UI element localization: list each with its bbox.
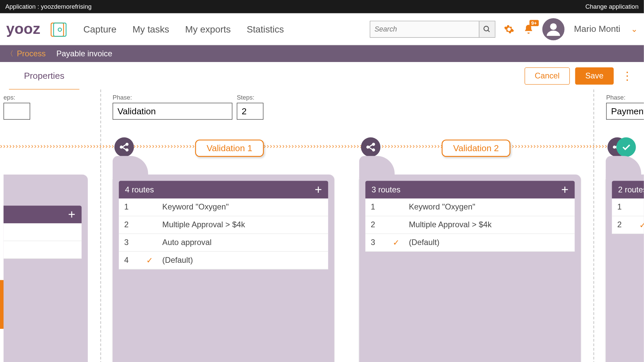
phase-input-validation[interactable] <box>113 103 232 120</box>
breadcrumb: 〈 Process Payable invoice <box>0 45 644 62</box>
svg-point-7 <box>120 146 122 148</box>
add-route-button[interactable]: + <box>561 183 569 197</box>
route-label: (Default) <box>409 238 439 247</box>
chevron-left-icon: 〈 <box>6 49 13 58</box>
check-icon: ✓ <box>146 255 162 265</box>
username[interactable]: Mario Monti <box>574 24 620 34</box>
route-number: 4 <box>124 256 146 265</box>
route-label: Keyword "Oxygen" <box>162 202 229 212</box>
app-label: Application : yoozdemorefrising <box>5 3 92 10</box>
nav-statistics[interactable]: Statistics <box>247 24 284 35</box>
table-row[interactable]: 3Auto approval <box>119 234 328 252</box>
route-card-header: 2 routes + <box>612 181 644 198</box>
split-icon <box>366 142 376 152</box>
svg-point-9 <box>126 149 128 151</box>
save-button[interactable]: Save <box>575 67 614 84</box>
route-number: 1 <box>371 202 393 212</box>
svg-point-8 <box>126 143 128 145</box>
route-count: 3 routes <box>372 185 400 194</box>
route-number: 2 <box>124 220 146 230</box>
cancel-button[interactable]: Cancel <box>525 67 570 84</box>
phase-label-1: Phase: <box>113 94 232 101</box>
route-count: 4 routes <box>125 185 154 194</box>
flow-node-2[interactable] <box>361 137 380 157</box>
steps-input-validation[interactable] <box>237 103 263 120</box>
svg-point-13 <box>613 146 615 148</box>
svg-point-10 <box>367 146 369 148</box>
flow-step-validation-2[interactable]: Validation 2 <box>442 139 511 157</box>
table-row[interactable] <box>4 241 82 259</box>
nav-capture[interactable]: Capture <box>84 24 117 35</box>
workflow-canvas: eps: Phase: Steps: Phase: Steps: ›››››››… <box>0 89 644 362</box>
flow-step-validation-1[interactable]: Validation 1 <box>195 139 264 157</box>
route-card-partial: + <box>4 175 88 362</box>
chevron-down-icon[interactable]: ⌄ <box>631 24 638 34</box>
gear-icon <box>503 24 514 35</box>
route-label: (Default) <box>162 256 193 265</box>
route-card-payment-1: 2 routes + 1Manual payment2✓(Default) <box>606 175 644 362</box>
table-row[interactable]: 4✓(Default) <box>119 252 328 269</box>
add-route-button[interactable]: + <box>68 207 75 222</box>
svg-point-6 <box>550 23 556 30</box>
nav-myexports[interactable]: My exports <box>185 24 231 35</box>
check-icon: ✓ <box>639 220 644 230</box>
phase-label-2: Phase: <box>606 94 644 101</box>
breadcrumb-title: Payable invoice <box>56 49 112 58</box>
route-number: 1 <box>617 202 639 212</box>
search-button[interactable] <box>479 21 495 37</box>
change-app-link[interactable]: Change application <box>585 3 638 10</box>
route-number: 3 <box>371 238 393 247</box>
svg-point-4 <box>484 26 489 31</box>
split-icon <box>119 142 129 152</box>
svg-point-11 <box>373 143 375 145</box>
search-box <box>370 20 495 37</box>
steps-label-partial: eps: <box>4 94 30 101</box>
route-number: 2 <box>617 220 639 230</box>
tab-bar: Properties Cancel Save ⋮ <box>0 62 644 89</box>
phase-separator <box>593 89 594 362</box>
breadcrumb-back-label: Process <box>17 49 46 58</box>
main-header: yooz Capture My tasks My exports Statist… <box>0 13 644 45</box>
svg-point-3 <box>58 28 61 31</box>
route-label: Multiple Approval > $4k <box>162 220 245 230</box>
table-row[interactable]: 1Manual payment <box>612 198 644 216</box>
nav-mytasks[interactable]: My tasks <box>132 24 169 35</box>
route-card-validation-1: 4 routes + 1Keyword "Oxygen"2Multiple Ap… <box>113 175 334 362</box>
flow-node-1[interactable] <box>114 137 134 157</box>
notifications-button[interactable]: 9+ <box>523 23 534 35</box>
route-label: Keyword "Oxygen" <box>409 202 475 212</box>
table-row[interactable]: 3✓(Default) <box>365 234 575 252</box>
phase-input-payment[interactable] <box>606 103 644 120</box>
flow-end <box>616 137 636 157</box>
table-row[interactable]: 2✓(Default) <box>612 216 644 234</box>
logo[interactable]: yooz <box>6 17 73 41</box>
tab-properties[interactable]: Properties <box>9 63 79 92</box>
route-label: Multiple Approval > $4k <box>409 220 492 230</box>
add-route-button[interactable]: + <box>315 183 322 197</box>
table-row[interactable]: 1Keyword "Oxygen" <box>119 198 328 216</box>
steps-input-partial[interactable] <box>4 103 30 120</box>
route-card-validation-2: 3 routes + 1Keyword "Oxygen"2Multiple Ap… <box>359 175 581 362</box>
breadcrumb-back[interactable]: 〈 Process <box>6 49 46 58</box>
search-icon <box>483 25 491 33</box>
table-row[interactable]: 1Keyword "Oxygen" <box>365 198 575 216</box>
table-row[interactable]: 2Multiple Approval > $4k <box>365 216 575 234</box>
route-number: 3 <box>124 238 146 247</box>
route-label: Auto approval <box>162 238 212 247</box>
phase-separator <box>100 89 101 362</box>
route-number: 2 <box>371 220 393 230</box>
svg-text:yooz: yooz <box>6 20 41 37</box>
table-row[interactable]: 2Multiple Approval > $4k <box>119 216 328 234</box>
route-count: 2 routes <box>618 185 644 194</box>
flow-line: ››››››››››››››››››››››››››››››››››››››››… <box>0 142 617 153</box>
route-number: 1 <box>124 202 146 212</box>
avatar[interactable] <box>542 18 564 40</box>
search-input[interactable] <box>370 21 479 37</box>
app-bar: Application : yoozdemorefrising Change a… <box>0 0 644 13</box>
route-card-header: 4 routes + <box>119 181 328 198</box>
settings-button[interactable] <box>503 23 515 35</box>
more-menu[interactable]: ⋮ <box>619 69 635 83</box>
route-card-header: 3 routes + <box>365 181 575 198</box>
svg-point-12 <box>373 149 375 151</box>
table-row[interactable] <box>4 223 82 241</box>
